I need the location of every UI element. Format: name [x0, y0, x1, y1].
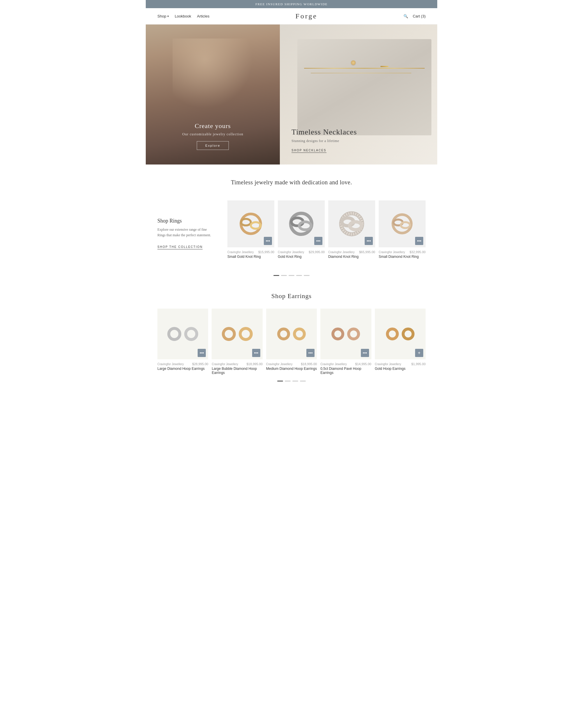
earring-options-btn-3[interactable]: •••: [306, 349, 314, 357]
ring-name-4: Small Diamond Knot Ring: [379, 255, 425, 259]
shop-rings-section: Shop Rings Explore our extensive range o…: [146, 194, 437, 270]
ring-name-1: Small Gold Knot Ring: [227, 255, 274, 259]
ring-price-4: $32,995.00: [410, 250, 425, 254]
ring-options-btn-1[interactable]: •••: [264, 237, 272, 245]
hero-section: Create yours Our customizable jewelry co…: [146, 25, 437, 164]
ring-name-2: Gold Knot Ring: [278, 255, 325, 259]
earring-image-2: •••: [212, 309, 262, 359]
ring-brand-2: Cravingfor Jewellery: [278, 251, 304, 254]
earring-meta-4: Cravingfor Jewellery $14,995.00: [321, 362, 371, 366]
earring-name-4: 0,5ct Diamond Pavé Hoop Earrings: [321, 367, 371, 375]
ring-image-3: •••: [328, 200, 375, 247]
shop-necklaces-button[interactable]: SHOP NECKLACES: [292, 149, 327, 153]
earrings-dot-2[interactable]: [285, 381, 290, 382]
earring-meta-5: Cravingfor Jewellery $1,995.00: [375, 362, 425, 366]
hero-right-content: Timeless Necklaces Stunning designs for …: [292, 128, 357, 153]
ring-image-1: •••: [227, 200, 274, 247]
earrings-dot-3[interactable]: [293, 381, 298, 382]
earring-meta-3: Cravingfor Jewellery $18,995.00: [266, 362, 317, 366]
earring-brand-5: Cravingfor Jewellery: [375, 363, 401, 366]
earring-options-btn-4[interactable]: •••: [361, 349, 369, 357]
earring-name-5: Gold Hoop Earrings: [375, 367, 425, 371]
dot-4[interactable]: [296, 275, 302, 276]
earring-brand-4: Cravingfor Jewellery: [321, 363, 347, 366]
earrings-dot-4[interactable]: [300, 381, 306, 382]
header: Shop ▾ Lookbook Articles Forge 🔍 Cart (3…: [146, 8, 437, 25]
earrings-dot-1[interactable]: [277, 381, 283, 382]
ring-price-3: $65,995.00: [359, 250, 375, 254]
earring-price-2: $18,995.00: [247, 362, 262, 366]
earring-image-5: +: [375, 309, 425, 359]
earring-card-3: ••• Cravingfor Jewellery $18,995.00 Medi…: [266, 309, 317, 375]
dot-2[interactable]: [281, 275, 287, 276]
earring-meta-1: Cravingfor Jewellery $28,995.00: [158, 362, 208, 366]
ring-name-3: Diamond Knot Ring: [328, 255, 375, 259]
medium-diamond-hoops-visual: [271, 328, 312, 340]
hero-right-subtitle: Stunning designs for a lifetime: [292, 139, 357, 143]
necklace-chain-1: [304, 68, 425, 69]
earring-name-1: Large Diamond Hoop Earrings: [158, 367, 208, 371]
hero-left-panel: Create yours Our customizable jewelry co…: [146, 25, 280, 164]
necklace-chain-2: [311, 73, 411, 74]
earring-options-btn-2[interactable]: •••: [252, 349, 260, 357]
ring-visual-1: [234, 207, 267, 240]
rings-description: Explore our extensive range of fine Ring…: [158, 227, 216, 238]
ring-price-2: $29,995.00: [309, 250, 325, 254]
dot-5[interactable]: [304, 275, 310, 276]
hero-explore-button[interactable]: Explore: [197, 141, 228, 150]
earring-card-4: ••• Cravingfor Jewellery $14,995.00 0,5c…: [321, 309, 371, 375]
announcement-bar: FREE INSURED SHIPPING WORLDWIDE: [146, 0, 437, 8]
bubble-hoops-visual: [217, 327, 258, 341]
ring-options-btn-2[interactable]: •••: [314, 237, 323, 245]
nav-lookbook-link[interactable]: Lookbook: [175, 14, 191, 18]
ring-meta-2: Cravingfor Jewellery $29,995.00: [278, 250, 325, 254]
site-logo[interactable]: Forge: [295, 12, 317, 20]
earring-brand-1: Cravingfor Jewellery: [158, 363, 184, 366]
rings-text-block: Shop Rings Explore our extensive range o…: [158, 200, 216, 250]
earring-price-4: $14,995.00: [355, 362, 371, 366]
ring-price-1: $15,995.00: [258, 250, 274, 254]
shop-earrings-section: Shop Earrings ••• Cravingfor Jewellery $…: [146, 281, 437, 396]
dot-1[interactable]: [273, 275, 279, 276]
hero-left-title: Create yours: [182, 122, 243, 130]
ring-card-3: ••• Cravingfor Jewellery $65,995.00 Diam…: [328, 200, 375, 259]
ring-options-btn-4[interactable]: •••: [415, 237, 423, 245]
earring-image-3: •••: [266, 309, 317, 359]
rings-grid: ••• Cravingfor Jewellery $15,995.00 Smal…: [227, 200, 425, 259]
earring-image-4: •••: [321, 309, 371, 359]
ring-brand-4: Cravingfor Jewellery: [379, 251, 405, 254]
nav-shop-link[interactable]: Shop ▾: [158, 14, 169, 18]
nav-articles-link[interactable]: Articles: [197, 14, 210, 18]
ring-image-2: •••: [278, 200, 325, 247]
rings-carousel-dots: [146, 270, 437, 281]
earring-image-1: •••: [158, 309, 208, 359]
ring-brand-3: Cravingfor Jewellery: [328, 251, 355, 254]
ring-options-btn-3[interactable]: •••: [365, 237, 373, 245]
ring-meta-1: Cravingfor Jewellery $15,995.00: [227, 250, 274, 254]
ring-card-4: ••• Cravingfor Jewellery $32,995.00 Smal…: [379, 200, 425, 259]
ring-visual-2: [285, 207, 318, 240]
earrings-title: Shop Earrings: [158, 292, 425, 300]
earring-brand-3: Cravingfor Jewellery: [266, 363, 293, 366]
earring-add-btn-5[interactable]: +: [415, 349, 423, 357]
rings-title: Shop Rings: [158, 218, 216, 224]
earring-card-2: ••• Cravingfor Jewellery $18,995.00 Larg…: [212, 309, 262, 375]
cart-link[interactable]: Cart (3): [413, 14, 425, 18]
ring-visual-3: [335, 207, 368, 240]
dot-3[interactable]: [288, 275, 295, 276]
earrings-carousel-dots: [158, 375, 425, 384]
necklace-bar-pendant: [381, 66, 389, 67]
earring-options-btn-1[interactable]: •••: [198, 349, 206, 357]
earring-card-5: + Cravingfor Jewellery $1,995.00 Gold Ho…: [375, 309, 425, 375]
earring-name-2: Large Bubble Diamond Hoop Earrings: [212, 367, 262, 375]
tagline-section: Timeless jewelry made with dedication an…: [146, 164, 437, 194]
hero-left-content: Create yours Our customizable jewelry co…: [182, 122, 243, 150]
hero-right-panel: Timeless Necklaces Stunning designs for …: [280, 25, 437, 164]
hero-right-title: Timeless Necklaces: [292, 128, 357, 136]
search-icon[interactable]: 🔍: [404, 14, 408, 18]
hero-left-subtitle: Our customizable jewelry collection: [182, 132, 243, 136]
announcement-text: FREE INSURED SHIPPING WORLDWIDE: [255, 2, 328, 6]
face-light: [172, 38, 253, 108]
shop-collection-link[interactable]: SHOP THE COLLECTION: [158, 245, 202, 250]
svg-point-2: [251, 222, 261, 229]
